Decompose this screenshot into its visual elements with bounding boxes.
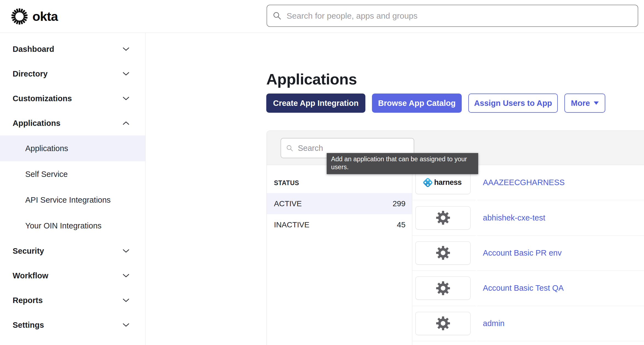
app-row: Account Basic Test QA: [412, 271, 644, 306]
chevron-down-icon: [123, 274, 129, 278]
sidebar-item-label: Applications: [13, 119, 60, 128]
sidebar-item-label: Directory: [13, 69, 47, 78]
sidebar-item-security[interactable]: Security: [0, 239, 145, 263]
brand-wordmark: okta: [32, 9, 58, 24]
app-link[interactable]: Account Basic PR env: [483, 248, 562, 258]
more-button-label: More: [571, 99, 590, 108]
status-row-inactive[interactable]: INACTIVE 45: [267, 214, 412, 235]
more-button[interactable]: More: [564, 94, 605, 113]
app-icon-card[interactable]: harness: [415, 171, 471, 194]
app-link[interactable]: Account Basic Test QA: [483, 284, 564, 293]
sidebar-subitem-label: API Service Integrations: [25, 196, 111, 205]
chevron-down-icon: [123, 97, 129, 100]
browse-app-catalog-button[interactable]: Browse App Catalog: [372, 94, 462, 113]
app-row: Account Basic PR env: [412, 236, 644, 271]
caret-down-icon: [594, 101, 599, 105]
chevron-down-icon: [123, 323, 129, 327]
apps-search-input[interactable]: [297, 143, 409, 153]
sidebar-item-dashboard[interactable]: Dashboard: [0, 37, 145, 61]
sidebar-item-label: Dashboard: [13, 45, 54, 54]
app-icon-cell: [412, 200, 476, 235]
gear-icon: [436, 281, 450, 295]
app-name-cell: admin: [477, 306, 644, 341]
sidebar-item-label: Workflow: [13, 271, 48, 280]
app-icon-card[interactable]: [415, 206, 471, 230]
chevron-down-icon: [123, 47, 129, 51]
sidebar-item-label: Customizations: [13, 94, 72, 103]
sidebar-subitem-applications[interactable]: Applications: [0, 135, 145, 161]
app-icon-card[interactable]: [415, 241, 471, 265]
app-list: harness AAAZEECGHARNESS abhishek-c: [412, 165, 644, 345]
brand: okta: [11, 0, 58, 33]
app-link[interactable]: admin: [483, 319, 505, 328]
sidebar-subitem-label: Applications: [25, 144, 68, 153]
app-link[interactable]: abhishek-cxe-test: [483, 213, 545, 222]
page-title: Applications: [266, 71, 357, 87]
okta-admin-console: { "topbar": { "brand": "okta", "search_p…: [0, 0, 644, 345]
tooltip: Add an application that can be assigned …: [327, 153, 478, 174]
sidebar-subitem-label: Your OIN Integrations: [25, 221, 102, 230]
sidebar-item-reports[interactable]: Reports: [0, 288, 145, 313]
gear-icon: [436, 316, 450, 330]
create-app-integration-button[interactable]: Create App Integration: [266, 94, 365, 113]
app-name-cell: Account Basic PR env: [477, 236, 644, 271]
global-search-input[interactable]: [286, 11, 632, 21]
sidebar-item-label: Reports: [13, 296, 43, 305]
search-icon: [286, 145, 293, 152]
app-name-cell: Account Basic Test QA: [477, 271, 644, 306]
sidebar-subitem-api-service-integrations[interactable]: API Service Integrations: [0, 187, 145, 213]
harness-logo-icon: harness: [424, 178, 461, 187]
app-icon-cell: [412, 236, 476, 271]
applications-panel-body: STATUS ACTIVE 299 INACTIVE 45 harness: [267, 165, 644, 345]
sidebar-item-settings[interactable]: Settings: [0, 313, 145, 337]
app-name-cell: abhishek-cxe-test: [477, 200, 644, 235]
gear-icon: [436, 211, 450, 225]
sidebar: Dashboard Directory Customizations Appli…: [0, 33, 145, 345]
app-name-cell: AAAZEECGHARNESS: [477, 165, 644, 200]
okta-logo-icon: [11, 8, 28, 25]
gear-icon: [436, 246, 450, 260]
sidebar-subitem-self-service[interactable]: Self Service: [0, 161, 145, 187]
app-row: abhishek-cxe-test: [412, 200, 644, 235]
sidebar-item-label: Settings: [13, 321, 44, 330]
sidebar-item-applications[interactable]: Applications: [0, 111, 145, 135]
app-icon-card[interactable]: [415, 312, 471, 335]
chevron-down-icon: [123, 249, 129, 253]
harness-logo-text: harness: [434, 178, 461, 187]
sidebar-item-directory[interactable]: Directory: [0, 61, 145, 86]
chevron-down-icon: [123, 72, 129, 76]
top-bar: okta: [0, 0, 644, 33]
sidebar-subitem-label: Self Service: [25, 170, 68, 179]
app-row: admin: [412, 306, 644, 341]
sidebar-subitem-your-oin-integrations[interactable]: Your OIN Integrations: [0, 213, 145, 239]
search-icon: [273, 11, 282, 20]
action-button-row: Create App Integration Browse App Catalo…: [266, 94, 605, 113]
app-icon-cell: [412, 271, 476, 306]
sidebar-item-label: Security: [13, 247, 44, 256]
status-count: 299: [393, 199, 405, 208]
chevron-down-icon: [123, 298, 129, 302]
sidebar-item-workflow[interactable]: Workflow: [0, 263, 145, 288]
app-icon-cell: [412, 306, 476, 341]
status-label: ACTIVE: [274, 199, 302, 208]
app-icon-card[interactable]: [415, 276, 471, 300]
status-label: INACTIVE: [274, 220, 309, 229]
app-link[interactable]: AAAZEECGHARNESS: [483, 178, 565, 187]
sidebar-item-customizations[interactable]: Customizations: [0, 86, 145, 111]
status-row-active[interactable]: ACTIVE 299: [267, 193, 412, 214]
global-search: [267, 5, 638, 27]
assign-users-to-app-button[interactable]: Assign Users to App: [468, 94, 558, 113]
status-count: 45: [397, 220, 405, 229]
status-filter: STATUS ACTIVE 299 INACTIVE 45: [267, 165, 412, 345]
chevron-up-icon: [123, 121, 129, 125]
